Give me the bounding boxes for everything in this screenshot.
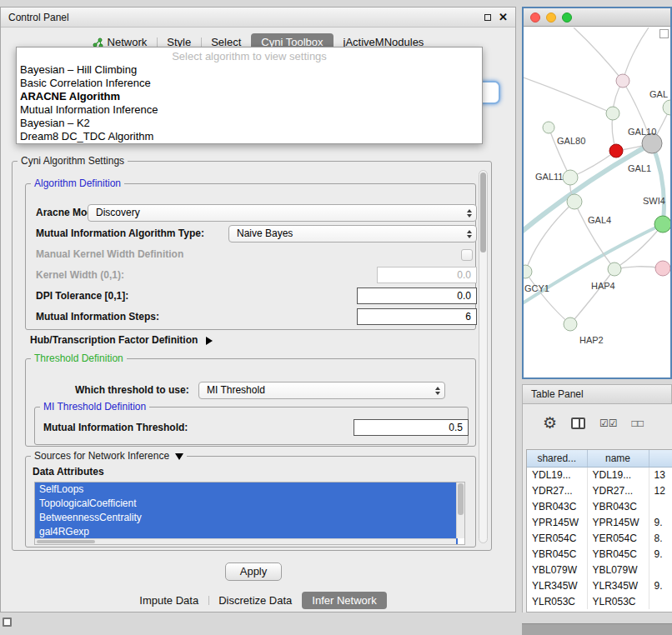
node-label: GAL80	[557, 136, 585, 146]
network-edge[interactable]	[549, 128, 570, 178]
mi-type-label: Mutual Information Algorithm Type:	[36, 225, 204, 242]
apply-button[interactable]: Apply	[225, 562, 282, 581]
tab-impute-data[interactable]: Impute Data	[129, 592, 208, 609]
table-row[interactable]: YLR053CYLR053C	[527, 593, 672, 609]
network-edge[interactable]	[524, 224, 663, 306]
algorithm-option[interactable]: Bayesian – Hill Climbing	[17, 63, 482, 77]
table-row[interactable]: YBR045CYBR045C9.	[527, 546, 672, 562]
table-cell: YPR145W	[527, 514, 587, 530]
list-vertical-scrollbar[interactable]	[456, 482, 464, 538]
which-threshold-value: MI Threshold	[207, 384, 265, 396]
control-panel-window: Control Panel ✕ Network Style Select Cyn…	[0, 7, 516, 612]
network-edge[interactable]	[623, 28, 649, 81]
tab-label: Discretize Data	[218, 594, 292, 607]
column-header-name[interactable]: name	[587, 450, 649, 467]
table-cell: 12	[649, 482, 672, 498]
minimized-panel-icon[interactable]	[3, 618, 12, 627]
mi-threshold-group: MI Threshold Definition Mutual Informati…	[34, 407, 469, 445]
list-horizontal-scrollbar[interactable]	[35, 538, 456, 544]
network-edge[interactable]	[614, 224, 663, 269]
algorithm-definition-group: Algorithm Definition Aracne Mode: Discov…	[25, 183, 476, 330]
column-header-shared-name[interactable]: shared...	[527, 450, 587, 467]
algorithm-option[interactable]: Bayesian – K2	[17, 117, 482, 130]
table-row[interactable]: YBL079WYBL079W	[527, 562, 672, 578]
attribute-item[interactable]: BetweennessCentrality	[35, 511, 458, 525]
table-row[interactable]: YBR043CYBR043C	[527, 498, 672, 514]
network-node[interactable]	[606, 107, 619, 120]
collapse-arrow-icon[interactable]	[175, 453, 183, 460]
mi-steps-field[interactable]: 6	[357, 308, 477, 325]
hub-definition-section[interactable]: Hub/Transcription Factor Definition	[30, 334, 213, 346]
close-traffic-light-icon[interactable]	[530, 12, 540, 22]
network-edge[interactable]	[570, 151, 616, 178]
table-row[interactable]: YER054CYER054C8.	[527, 530, 672, 546]
zoom-traffic-light-icon[interactable]	[562, 12, 572, 22]
algorithm-option[interactable]: Mutual Information Inference	[17, 103, 482, 117]
table-panel-titlebar: Table Panel	[522, 384, 672, 404]
table-row[interactable]: YPR145WYPR145W9.	[527, 514, 672, 530]
network-edge[interactable]	[524, 78, 613, 113]
group-title: MI Threshold Definition	[40, 401, 149, 413]
manual-kernel-label: Manual Kernel Width Definition	[36, 246, 183, 263]
float-window-icon[interactable]	[484, 14, 491, 21]
table-row[interactable]: YDR27...YDR27...12	[527, 482, 672, 498]
stepper-icon	[467, 226, 472, 242]
attribute-item[interactable]: SelfLoops	[35, 482, 458, 497]
which-threshold-combo[interactable]: MI Threshold	[198, 382, 445, 399]
table-cell: YLR053C	[587, 593, 649, 609]
network-canvas[interactable]: GAL80GAL10GALGAL11GAL1SWI4GAL4GCY1HAP4HA…	[524, 28, 670, 378]
network-edge[interactable]	[652, 143, 664, 224]
aracne-mode-combo[interactable]: Discovery	[88, 204, 477, 222]
mi-threshold-field[interactable]: 0.5	[354, 419, 469, 436]
network-node[interactable]	[663, 100, 670, 115]
mi-type-combo[interactable]: Naive Bayes	[228, 225, 477, 242]
table-cell: YBL079W	[587, 562, 649, 578]
minimize-traffic-light-icon[interactable]	[546, 12, 556, 22]
algorithm-option[interactable]: Dream8 DC_TDC Algorithm	[17, 130, 482, 143]
table-row[interactable]: YDL19...YDL19...13	[527, 467, 672, 482]
scrollbar-thumb[interactable]	[458, 483, 464, 515]
show-columns-icon[interactable]	[571, 418, 585, 429]
deselect-columns-icon[interactable]: □□	[632, 418, 644, 429]
select-all-columns-icon[interactable]: ☑☑	[599, 418, 618, 429]
network-node[interactable]	[655, 261, 670, 276]
settings-scrollbar[interactable]	[479, 170, 488, 543]
attribute-item[interactable]: TopologicalCoefficient	[35, 497, 458, 511]
network-node[interactable]	[609, 144, 623, 158]
expand-arrow-icon[interactable]	[206, 337, 213, 345]
table-cell: YLR053C	[527, 593, 587, 609]
close-icon[interactable]: ✕	[499, 12, 508, 22]
network-node[interactable]	[564, 318, 577, 331]
table-cell: 8.	[649, 530, 672, 546]
scrollbar-thumb[interactable]	[37, 540, 95, 543]
network-node[interactable]	[567, 194, 582, 209]
network-node[interactable]	[524, 265, 532, 278]
mi-steps-label: Mutual Information Steps:	[36, 308, 159, 326]
column-header-extra[interactable]	[649, 450, 672, 467]
node-label: GCY1	[524, 283, 549, 293]
network-node[interactable]	[616, 74, 629, 88]
network-node[interactable]	[654, 216, 670, 232]
table-row[interactable]: YLR345WYLR345W9.	[527, 578, 672, 593]
network-node[interactable]	[543, 122, 554, 133]
mi-threshold-label: Mutual Information Threshold:	[43, 419, 188, 437]
network-tab-icon	[93, 38, 103, 48]
network-window-titlebar	[524, 8, 670, 27]
attribute-item[interactable]: gal4RGexp	[35, 525, 458, 539]
dpi-tolerance-label: DPI Tolerance [0,1]:	[36, 288, 128, 305]
data-attributes-list: SelfLoops TopologicalCoefficient Between…	[34, 482, 465, 545]
network-node[interactable]	[563, 170, 578, 185]
algorithm-option-selected[interactable]: ARACNE Algorithm	[17, 90, 482, 103]
node-label: GAL	[649, 89, 668, 99]
algorithm-option[interactable]: Basic Correlation Inference	[17, 77, 482, 90]
table-cell	[649, 593, 672, 609]
tab-infer-network[interactable]: Infer Network	[302, 592, 386, 609]
table-cell: YER054C	[587, 530, 649, 546]
tab-discretize-data[interactable]: Discretize Data	[208, 592, 302, 609]
dpi-tolerance-field[interactable]: 0.0	[357, 288, 477, 304]
network-node[interactable]	[608, 262, 621, 276]
settings-gear-icon[interactable]: ⚙	[543, 415, 557, 431]
scrollbar-thumb[interactable]	[480, 172, 486, 252]
network-edge[interactable]	[570, 269, 614, 324]
network-edge[interactable]	[574, 28, 623, 81]
